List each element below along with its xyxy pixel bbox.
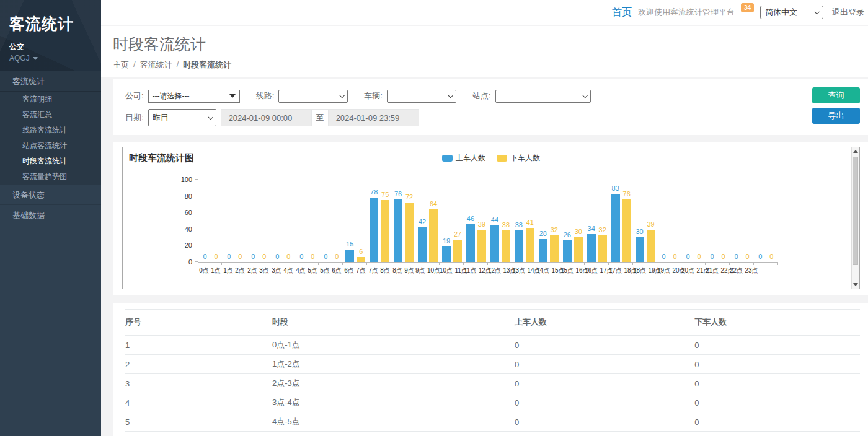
bar-下车人数[interactable]: 72 — [405, 203, 414, 262]
line-select[interactable] — [278, 90, 348, 103]
breadcrumb-item-2[interactable]: 客流统计 — [140, 59, 172, 71]
sidebar-item-客流明细[interactable]: 客流明细 — [0, 92, 101, 107]
x-axis-label: 19点-20点 — [657, 266, 681, 275]
scrollbar-down-arrow[interactable] — [852, 281, 859, 289]
scrollbar-up-arrow[interactable] — [852, 147, 859, 155]
bar-value-label: 32 — [599, 226, 606, 233]
x-axis-tick — [294, 263, 319, 265]
bar-上车人数[interactable]: 78 — [370, 198, 378, 262]
bar-上车人数[interactable]: 26 — [563, 240, 572, 262]
bar-value-label: 38 — [515, 221, 523, 229]
date-start-input[interactable]: 2024-01-09 00:00 — [221, 109, 312, 126]
date-end-input[interactable]: 2024-01-09 23:59 — [328, 109, 419, 126]
logout-link[interactable]: 退出登录 — [832, 7, 864, 18]
legend-item-上车人数[interactable]: 上车人数 — [442, 153, 485, 164]
bar-value-label: 0 — [214, 253, 218, 260]
sidebar-item-设备状态[interactable]: 设备状态 — [0, 185, 101, 205]
bar-上车人数[interactable]: 15 — [345, 250, 354, 262]
x-axis-tick — [415, 263, 440, 265]
bar-上车人数[interactable]: 28 — [539, 239, 547, 262]
table-panel: 序号时段上车人数下车人数 10点-1点0021点-2点0032点-3点0043点… — [113, 303, 868, 436]
sidebar-item-时段客流统计[interactable]: 时段客流统计 — [0, 154, 101, 169]
account-dropdown[interactable]: AQGJ — [9, 54, 101, 63]
triangle-down-icon — [853, 283, 858, 286]
bar-value-label: 42 — [418, 218, 426, 225]
bar-下车人数[interactable]: 76 — [622, 199, 631, 262]
scrollbar-thumb[interactable] — [852, 157, 858, 265]
x-axis-label: 17点-18点 — [609, 266, 633, 275]
language-select[interactable]: 简体中文 — [760, 6, 823, 19]
chart-plot: 0204060801000000000000001567875767242641… — [198, 180, 778, 275]
bar-上车人数[interactable]: 30 — [636, 237, 644, 262]
bar-下车人数[interactable]: 32 — [598, 235, 607, 262]
bar-上车人数[interactable]: 46 — [466, 224, 475, 262]
chevron-down-icon — [814, 9, 819, 14]
line-label: 线路: — [256, 90, 275, 102]
bar-上车人数[interactable]: 76 — [394, 199, 402, 262]
bar-下车人数[interactable]: 38 — [502, 230, 510, 262]
table-cell: 6 — [125, 432, 272, 436]
bar-下车人数[interactable]: 27 — [453, 240, 462, 262]
bar-下车人数[interactable]: 6 — [356, 257, 365, 262]
company-select[interactable]: ---请选择--- — [148, 90, 240, 103]
bar-下车人数[interactable]: 39 — [647, 230, 655, 262]
bar-group-5: 00 — [295, 180, 319, 262]
table-cell: 1 — [125, 336, 272, 355]
query-button[interactable]: 查询 — [812, 87, 860, 103]
notification-badge[interactable]: 34 — [741, 3, 754, 12]
export-button[interactable]: 导出 — [812, 108, 860, 124]
sidebar-item-客流统计[interactable]: 客流统计 — [0, 71, 101, 92]
table-cell: 0点-1点 — [272, 336, 515, 355]
bar-value-label: 0 — [299, 253, 303, 260]
sidebar-item-线路客流统计[interactable]: 线路客流统计 — [0, 123, 101, 138]
bar-下车人数[interactable]: 30 — [574, 237, 583, 262]
chart-vertical-scrollbar[interactable] — [851, 147, 859, 289]
table-cell: 2 — [125, 355, 272, 374]
x-axis-tick — [657, 263, 681, 265]
sidebar-item-客流汇总[interactable]: 客流汇总 — [0, 107, 101, 123]
x-axis-tick — [488, 263, 512, 265]
bar-下车人数[interactable]: 75 — [381, 200, 389, 262]
table-header-row: 序号时段上车人数下车人数 — [125, 310, 860, 336]
bar-上车人数[interactable]: 34 — [587, 234, 596, 262]
x-axis-ticks — [198, 263, 778, 265]
bar-上车人数[interactable]: 19 — [442, 246, 451, 262]
bar-group-12: 4639 — [464, 180, 488, 262]
bar-上车人数[interactable]: 42 — [418, 227, 427, 262]
sidebar-item-站点客流统计[interactable]: 站点客流统计 — [0, 138, 101, 154]
x-axis-label: 9点-10点 — [415, 266, 440, 275]
chart-box: 时段车流统计图 上车人数下车人数 02040608010000000000000… — [122, 147, 860, 289]
breadcrumb-item-1[interactable]: 主页 — [113, 59, 129, 71]
legend-item-下车人数[interactable]: 下车人数 — [497, 153, 540, 164]
topbar: 首页 欢迎使用客流统计管理平台 34 简体中文 退出登录 — [101, 0, 868, 25]
sidebar-item-基础数据[interactable]: 基础数据 — [0, 205, 101, 225]
bar-group-16: 2630 — [560, 180, 585, 262]
bar-value-label: 0 — [662, 253, 666, 260]
bar-value-label: 83 — [612, 185, 619, 192]
bar-下车人数[interactable]: 39 — [477, 230, 486, 262]
home-link[interactable]: 首页 — [612, 6, 632, 19]
bar-下车人数[interactable]: 64 — [429, 209, 438, 262]
bar-上车人数[interactable]: 83 — [611, 194, 620, 262]
bar-下车人数[interactable]: 41 — [526, 228, 534, 262]
x-axis-label: 16点-17点 — [585, 266, 609, 275]
bar-上车人数[interactable]: 44 — [490, 225, 499, 262]
bar-value-label: 30 — [575, 228, 582, 235]
filter-buttons: 查询 导出 — [812, 87, 860, 124]
vehicle-label: 车辆: — [364, 90, 383, 102]
column-header-下车人数: 下车人数 — [694, 310, 860, 336]
bar-上车人数[interactable]: 38 — [515, 230, 523, 262]
x-axis-tick — [246, 263, 270, 265]
bar-下车人数[interactable]: 32 — [550, 235, 559, 262]
vehicle-select[interactable] — [387, 90, 456, 103]
bar-value-label: 0 — [238, 253, 242, 260]
x-axis-tick — [198, 263, 222, 265]
station-select[interactable] — [495, 90, 591, 103]
org-name: 公交 — [9, 41, 101, 52]
bar-value-label: 0 — [769, 253, 773, 260]
date-preset-select[interactable]: 昨日 — [148, 109, 216, 126]
legend-label: 下车人数 — [510, 153, 540, 164]
sidebar-item-客流量趋势图[interactable]: 客流量趋势图 — [0, 169, 101, 185]
bar-value-label: 0 — [710, 253, 714, 260]
y-axis-tick-label: 80 — [174, 193, 192, 200]
